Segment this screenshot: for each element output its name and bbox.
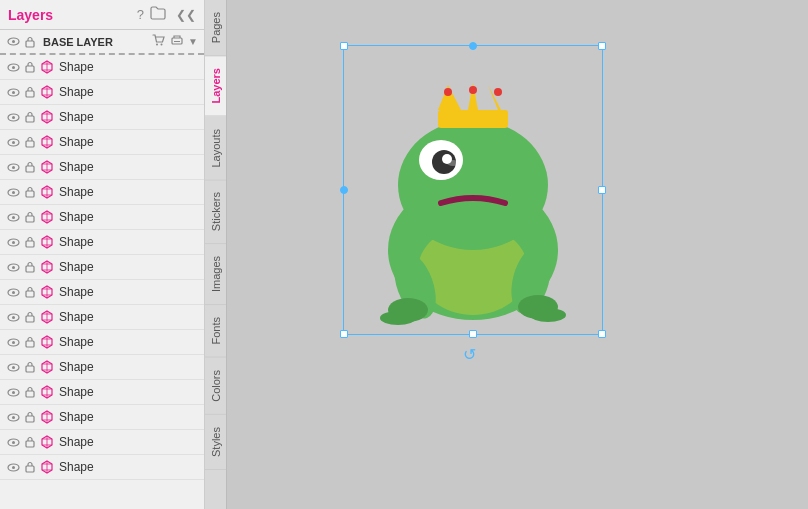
shape-icon bbox=[40, 135, 54, 149]
eye-icon[interactable] bbox=[6, 160, 20, 174]
shape-icon bbox=[40, 235, 54, 249]
lock-icon[interactable] bbox=[23, 285, 37, 299]
shape-row[interactable]: Shape bbox=[0, 305, 204, 330]
lock-icon[interactable] bbox=[23, 135, 37, 149]
shape-row[interactable]: Shape bbox=[0, 330, 204, 355]
base-layer-eye-icon[interactable] bbox=[6, 35, 20, 49]
lock-icon[interactable] bbox=[23, 60, 37, 74]
vertical-tab-images[interactable]: Images bbox=[205, 244, 226, 305]
shape-row[interactable]: Shape bbox=[0, 455, 204, 480]
base-layer-arrow-icon[interactable]: ▼ bbox=[188, 36, 198, 47]
svg-point-80 bbox=[12, 366, 15, 369]
shape-row[interactable]: Shape bbox=[0, 405, 204, 430]
lock-icon[interactable] bbox=[23, 160, 37, 174]
eye-icon[interactable] bbox=[6, 385, 20, 399]
eye-icon[interactable] bbox=[6, 260, 20, 274]
shape-row[interactable]: Shape bbox=[0, 355, 204, 380]
shape-label: Shape bbox=[59, 210, 94, 224]
eye-icon[interactable] bbox=[6, 285, 20, 299]
shape-label: Shape bbox=[59, 110, 94, 124]
vertical-tab-colors[interactable]: Colors bbox=[205, 358, 226, 415]
canvas-area[interactable]: ↺ bbox=[227, 0, 808, 509]
shape-row[interactable]: Shape bbox=[0, 105, 204, 130]
shape-label: Shape bbox=[59, 85, 94, 99]
vertical-tab-layers[interactable]: Layers bbox=[205, 56, 226, 116]
shape-icon bbox=[40, 260, 54, 274]
svg-rect-75 bbox=[26, 341, 34, 347]
lock-icon[interactable] bbox=[23, 310, 37, 324]
rotate-handle[interactable]: ↺ bbox=[463, 345, 476, 364]
svg-point-4 bbox=[161, 44, 163, 46]
lock-icon[interactable] bbox=[23, 335, 37, 349]
shape-row[interactable]: Shape bbox=[0, 80, 204, 105]
eye-icon[interactable] bbox=[6, 360, 20, 374]
svg-point-115 bbox=[487, 144, 523, 176]
svg-rect-93 bbox=[26, 416, 34, 422]
lock-icon[interactable] bbox=[23, 385, 37, 399]
lock-icon[interactable] bbox=[23, 460, 37, 474]
base-layer-lock-icon[interactable] bbox=[23, 35, 37, 49]
collapse-arrow-icon[interactable]: ❮❮ bbox=[176, 8, 196, 22]
shape-row[interactable]: Shape bbox=[0, 280, 204, 305]
shape-label: Shape bbox=[59, 435, 94, 449]
shape-row[interactable]: Shape bbox=[0, 130, 204, 155]
lock-icon[interactable] bbox=[23, 185, 37, 199]
vertical-tab-layouts[interactable]: Layouts bbox=[205, 117, 226, 181]
base-layer-actions: ▼ bbox=[152, 34, 198, 49]
eye-icon[interactable] bbox=[6, 185, 20, 199]
svg-point-1 bbox=[12, 40, 15, 43]
svg-point-121 bbox=[530, 308, 566, 322]
eye-icon[interactable] bbox=[6, 210, 20, 224]
shape-row[interactable]: Shape bbox=[0, 180, 204, 205]
vertical-tab-styles[interactable]: Styles bbox=[205, 415, 226, 470]
svg-point-62 bbox=[12, 291, 15, 294]
shape-row[interactable]: Shape bbox=[0, 380, 204, 405]
eye-icon[interactable] bbox=[6, 335, 20, 349]
eye-icon[interactable] bbox=[6, 110, 20, 124]
lock-icon[interactable] bbox=[23, 110, 37, 124]
folder-icon[interactable] bbox=[150, 6, 166, 23]
svg-point-127 bbox=[469, 86, 477, 94]
svg-point-50 bbox=[12, 241, 15, 244]
eye-icon[interactable] bbox=[6, 310, 20, 324]
base-layer-print-icon[interactable] bbox=[170, 34, 184, 49]
shape-row[interactable]: Shape bbox=[0, 205, 204, 230]
svg-rect-99 bbox=[26, 441, 34, 447]
shape-icon bbox=[40, 85, 54, 99]
shape-row[interactable]: Shape bbox=[0, 230, 204, 255]
eye-icon[interactable] bbox=[6, 435, 20, 449]
vertical-tab-fonts[interactable]: Fonts bbox=[205, 305, 226, 358]
lock-icon[interactable] bbox=[23, 85, 37, 99]
svg-point-98 bbox=[12, 441, 15, 444]
lock-icon[interactable] bbox=[23, 410, 37, 424]
lock-icon[interactable] bbox=[23, 360, 37, 374]
eye-icon[interactable] bbox=[6, 60, 20, 74]
base-layer-row: BASE LAYER ▼ bbox=[0, 30, 204, 55]
base-layer-cart-icon[interactable] bbox=[152, 34, 166, 49]
shape-row[interactable]: Shape bbox=[0, 430, 204, 455]
svg-point-128 bbox=[494, 88, 502, 96]
shape-row[interactable]: Shape bbox=[0, 155, 204, 180]
shape-row[interactable]: Shape bbox=[0, 55, 204, 80]
svg-rect-6 bbox=[174, 41, 180, 42]
vertical-tab-pages[interactable]: Pages bbox=[205, 0, 226, 56]
shape-icon bbox=[40, 360, 54, 374]
eye-icon[interactable] bbox=[6, 235, 20, 249]
svg-point-120 bbox=[380, 311, 416, 325]
shape-row[interactable]: Shape bbox=[0, 255, 204, 280]
svg-rect-2 bbox=[26, 41, 34, 47]
eye-icon[interactable] bbox=[6, 460, 20, 474]
lock-icon[interactable] bbox=[23, 210, 37, 224]
eye-icon[interactable] bbox=[6, 85, 20, 99]
shape-label: Shape bbox=[59, 460, 94, 474]
shape-icon bbox=[40, 335, 54, 349]
vertical-tab-stickers[interactable]: Stickers bbox=[205, 180, 226, 244]
lock-icon[interactable] bbox=[23, 235, 37, 249]
shape-icon bbox=[40, 435, 54, 449]
eye-icon[interactable] bbox=[6, 410, 20, 424]
layers-panel: Layers ? ❮❮ bbox=[0, 0, 205, 509]
lock-icon[interactable] bbox=[23, 260, 37, 274]
lock-icon[interactable] bbox=[23, 435, 37, 449]
help-icon[interactable]: ? bbox=[137, 7, 144, 22]
eye-icon[interactable] bbox=[6, 135, 20, 149]
